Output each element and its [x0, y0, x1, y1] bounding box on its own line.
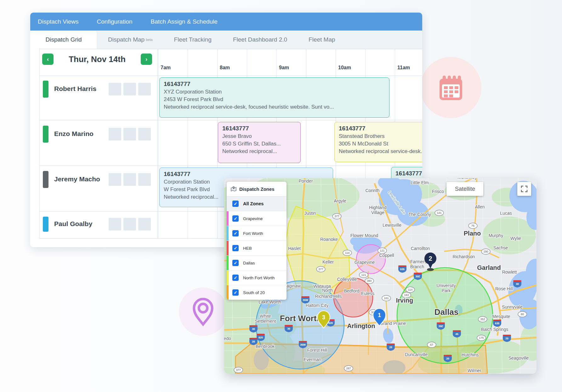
- event-card[interactable]: 16143777XYZ Corporation Station2453 W Fo…: [159, 77, 389, 118]
- event-line: Jesse Bravo: [222, 133, 296, 140]
- map-label-grand-prairie: Grand Prairie: [380, 321, 406, 326]
- map-label-haslet: Haslet: [288, 246, 301, 251]
- tab-dispatch-grid[interactable]: Dispatch Grid: [30, 31, 97, 49]
- zone-checkbox[interactable]: ✓: [232, 201, 239, 207]
- route-shield: 121: [359, 272, 368, 278]
- satellite-button[interactable]: Satellite: [446, 182, 483, 196]
- tab-beta-badge: beta: [146, 38, 152, 42]
- map-label-coppell: Coppell: [379, 253, 394, 258]
- map-label-mesquite: Mesquite: [492, 314, 510, 319]
- driver-placeholder-square: [138, 128, 151, 140]
- driver-placeholder-square: [109, 218, 121, 230]
- map-label-little-elm: Little Elm: [411, 180, 429, 185]
- zone-row-grapevine[interactable]: ✓Grapevine: [227, 211, 287, 226]
- tab-label: Fleet Dashboard 2.0: [233, 36, 287, 43]
- svg-text:287: 287: [346, 367, 351, 370]
- zone-checkbox[interactable]: ✓: [232, 289, 239, 296]
- driver-placeholder-square: [123, 173, 136, 186]
- zone-checkbox[interactable]: ✓: [232, 230, 239, 236]
- interstate-shield: 45: [453, 330, 461, 338]
- interstate-shield: 635: [398, 265, 406, 273]
- zone-row-north-fort-worth[interactable]: ✓North Fort Worth: [227, 270, 287, 285]
- svg-text:121: 121: [380, 249, 384, 252]
- event-line: Networked reciprocal service-desk, focus…: [164, 103, 385, 111]
- driver-placeholder-square: [138, 218, 151, 230]
- map-label-wilmer: Wilmer: [468, 368, 481, 373]
- event-number: 16143777: [164, 170, 329, 178]
- zone-row-south-of-20[interactable]: ✓South of 20: [227, 285, 287, 300]
- row-border: [39, 166, 422, 166]
- interstate-shield: 20: [503, 335, 511, 342]
- svg-text:360: 360: [367, 279, 372, 282]
- interstate-shield: 35W: [299, 341, 307, 348]
- event-card[interactable]: 16143777Jesse Bravo650 S Griffin St, Dal…: [218, 122, 301, 163]
- svg-text:114: 114: [345, 251, 349, 254]
- zone-checkbox[interactable]: ✓: [232, 260, 239, 266]
- driver-placeholder-square: [123, 128, 136, 140]
- zone-checkbox[interactable]: ✓: [232, 245, 239, 251]
- event-line: 650 S Griffin St, Dallas...: [222, 140, 296, 148]
- row-border: [39, 76, 422, 76]
- event-card[interactable]: 16143777Stanstead Brothers3005 N McDonal…: [334, 122, 422, 162]
- zone-label: Dallas: [243, 261, 255, 265]
- dispatch-zones-panel: Dispatch Zones ✓All Zones✓Grapevine✓Fort…: [227, 182, 287, 300]
- map-label-hutchins: Hutchins: [462, 352, 479, 357]
- zone-row-heb[interactable]: ✓HEB: [227, 241, 287, 255]
- fullscreen-button[interactable]: [517, 182, 531, 196]
- tab-dispatch-map[interactable]: Dispatch Mapbeta: [97, 31, 163, 49]
- map-label-lewisville: Lewisville: [383, 223, 401, 228]
- map-label-frisco: Frisco: [432, 189, 444, 194]
- prev-day-button[interactable]: ‹: [42, 54, 54, 65]
- zone-row-fort-worth[interactable]: ✓Fort Worth: [227, 226, 287, 241]
- zone-checkbox[interactable]: ✓: [232, 215, 239, 222]
- dispatch-zones-header: Dispatch Zones: [227, 182, 287, 196]
- calendar-icon: [436, 72, 466, 103]
- svg-text:35E: 35E: [415, 275, 420, 278]
- tab-fleet-map[interactable]: Fleet Map: [298, 31, 346, 49]
- map-label-allen: Allen: [475, 204, 485, 209]
- calendar-decoration: [420, 57, 481, 118]
- map-label-colleyville: Colleyville: [337, 277, 357, 282]
- event-number: 16143777: [339, 124, 422, 133]
- tab-fleet-tracking[interactable]: Fleet Tracking: [163, 31, 222, 49]
- map-label-corinth: Corinth: [365, 188, 379, 193]
- map-label-keller: Keller: [322, 259, 334, 264]
- route-shield: 114: [343, 250, 352, 256]
- route-shield: 377: [234, 367, 243, 373]
- svg-text:2: 2: [429, 255, 432, 262]
- zone-row-dallas[interactable]: ✓Dallas: [227, 255, 287, 270]
- nav-item-batch-assign-schedule[interactable]: Batch Assign & Schedule: [151, 18, 218, 25]
- map-label-wylie: Wylie: [510, 236, 521, 241]
- map-label-murphy: Murphy: [489, 233, 503, 238]
- zone-row-all-zones[interactable]: ✓All Zones: [227, 196, 287, 211]
- zone-label: Fort Worth: [243, 231, 263, 236]
- map-label-branch: Branch: [410, 264, 424, 269]
- zones-map-pin-icon: [230, 186, 237, 192]
- driver-placeholder-square: [138, 173, 151, 186]
- map-label-mckinney: McKinney: [457, 178, 477, 180]
- map-label-university: University: [436, 283, 456, 288]
- route-shield: 360: [365, 278, 374, 284]
- map-label-farmers: Farmers: [410, 259, 427, 264]
- svg-text:175: 175: [479, 336, 484, 339]
- zone-color-stripe: [227, 226, 229, 241]
- map-label-balch-springs: Balch Springs: [481, 327, 508, 332]
- event-line: XYZ Corporation Station: [164, 88, 385, 96]
- tab-fleet-dashboard-2-0[interactable]: Fleet Dashboard 2.0: [222, 31, 298, 49]
- map-label-dallas: Dallas: [434, 307, 459, 317]
- map-label-lake-worth: Lake Worth: [258, 299, 281, 304]
- next-day-button[interactable]: ›: [141, 54, 152, 65]
- zone-label: Grapevine: [243, 216, 263, 221]
- svg-text:3: 3: [322, 314, 325, 321]
- nav-item-disptach-views[interactable]: Disptach Views: [38, 18, 79, 25]
- time-label: 7am: [161, 65, 186, 72]
- map-label-white: White: [260, 314, 271, 319]
- location-pin-decoration: [179, 287, 227, 336]
- tab-label: Dispatch Map: [108, 36, 145, 43]
- grid-left-border: [39, 49, 40, 238]
- nav-item-configuration[interactable]: Configuration: [97, 18, 133, 25]
- zone-checkbox[interactable]: ✓: [232, 275, 239, 281]
- map-label-plano: Plano: [464, 230, 481, 237]
- name-column-border: [157, 49, 158, 238]
- date-navigator: ‹Thur, Nov 14th›: [42, 53, 159, 65]
